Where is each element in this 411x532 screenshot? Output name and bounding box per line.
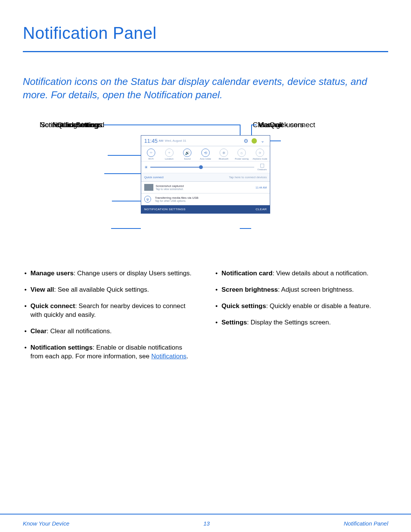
- quick-settings-row: ⌔Wi-Fi⌖Location🔊Sound⟲Auto rotate✱Blueto…: [141, 146, 270, 161]
- time: 11:45: [144, 138, 158, 144]
- footer-left: Know Your Device: [23, 520, 69, 527]
- panel-header: 11:45 AM Wed, August 31 ⚙ ⌄: [141, 136, 270, 146]
- qs-icon: ⎋: [237, 149, 246, 157]
- quick-setting-sound[interactable]: 🔊Sound: [179, 149, 195, 160]
- qs-icon: ✈: [256, 149, 264, 157]
- qs-icon: ✱: [220, 149, 228, 157]
- quick-setting-power-saving[interactable]: ⎋Power saving: [234, 149, 250, 160]
- left-column: Manage users: Change users or display Us…: [24, 269, 196, 369]
- quick-setting-wi-fi[interactable]: ⌔Wi-Fi: [143, 149, 159, 160]
- notification-card[interactable]: ψ Transferring media files via USB Tap f…: [141, 193, 270, 205]
- intro-text: Notification icons on the Status bar dis…: [23, 75, 388, 102]
- qs-icon: ⌖: [165, 149, 174, 157]
- card-subtitle: Tap for other USB options.: [155, 200, 267, 202]
- list-item: Screen brightness: Adjust screen brightn…: [215, 286, 387, 294]
- list-item: Settings: Display the Settings screen.: [215, 318, 387, 327]
- qs-icon: ⌔: [147, 149, 155, 157]
- card-title: Screenshot captured: [156, 184, 255, 188]
- list-item: Manage users: Change users or display Us…: [24, 269, 196, 278]
- clear-button[interactable]: CLEAR: [256, 208, 267, 211]
- qs-label: Bluetooth: [219, 158, 228, 160]
- card-subtitle: Tap to view screenshot.: [156, 188, 255, 190]
- qs-label: Auto rotate: [200, 158, 211, 160]
- qs-label: Sound: [184, 158, 191, 160]
- qs-icon: 🔊: [183, 149, 191, 157]
- diagram: Settings Quick settings Screen brightnes…: [23, 121, 388, 239]
- qs-label: Wi-Fi: [148, 158, 154, 160]
- list-item: Notification settings: Enable or disable…: [24, 343, 196, 361]
- notification-settings-button[interactable]: NOTIFICATION SETTINGS: [144, 208, 186, 211]
- date: Wed, August 31: [165, 139, 186, 142]
- qs-label: Location: [165, 158, 174, 160]
- right-column: Notification card: View details about a …: [215, 269, 387, 369]
- gear-icon[interactable]: ⚙: [243, 138, 249, 144]
- quick-setting-auto-rotate[interactable]: ⟲Auto rotate: [198, 149, 213, 160]
- notification-panel: 11:45 AM Wed, August 31 ⚙ ⌄ ⌔Wi-Fi⌖Locat…: [141, 135, 270, 214]
- quick-connect-row[interactable]: Quick connect Tap here to connect device…: [141, 173, 270, 182]
- card-timestamp: 11:44 AM: [255, 186, 267, 189]
- screenshot-thumb-icon: [144, 184, 153, 191]
- page-title: Notification Panel: [23, 24, 388, 43]
- panel-footer: NOTIFICATION SETTINGS CLEAR: [141, 205, 270, 213]
- list-item: Clear: Clear all notifications.: [24, 327, 196, 336]
- brightness-row[interactable]: ☀ Outdoors: [141, 161, 270, 173]
- footer-right: Notification Panel: [344, 520, 388, 527]
- qs-label: Power saving: [235, 158, 249, 160]
- list-item: Notification card: View details about a …: [215, 269, 387, 278]
- user-icon[interactable]: [252, 138, 257, 144]
- brightness-icon: ☀: [144, 165, 148, 170]
- label-notification-settings: Notification settings: [40, 121, 102, 129]
- list-item: Quick connect: Search for nearby devices…: [24, 302, 196, 320]
- quick-setting-bluetooth[interactable]: ✱Bluetooth: [216, 149, 232, 160]
- card-title: Transferring media files via USB: [155, 196, 267, 200]
- title-rule: [23, 51, 388, 52]
- list-item: View all: See all available Quick settin…: [24, 286, 196, 294]
- ampm: AM: [159, 139, 163, 142]
- notification-card[interactable]: Screenshot captured Tap to view screensh…: [141, 182, 270, 193]
- link-notifications[interactable]: Notifications: [151, 353, 186, 360]
- label-quick-connect: Quick connect: [269, 121, 315, 129]
- quick-connect-hint: Tap here to connect devices: [229, 176, 267, 179]
- usb-icon: ψ: [144, 196, 151, 203]
- quick-setting-location[interactable]: ⌖Location: [161, 149, 177, 160]
- quick-connect-label: Quick connect: [144, 176, 164, 179]
- quick-setting-airplane-mode[interactable]: ✈Airplane mode: [252, 149, 268, 160]
- list-item: Quick settings: Quickly enable or disabl…: [215, 302, 387, 311]
- qs-label: Airplane mode: [253, 158, 268, 160]
- chevron-down-icon[interactable]: ⌄: [260, 138, 265, 144]
- footer-page: 13: [203, 520, 210, 527]
- page-footer: Know Your Device 13 Notification Panel: [0, 514, 411, 532]
- qs-icon: ⟲: [201, 149, 210, 157]
- outdoors-toggle[interactable]: Outdoors: [257, 164, 267, 171]
- description-columns: Manage users: Change users or display Us…: [23, 269, 388, 369]
- brightness-slider[interactable]: [150, 167, 254, 168]
